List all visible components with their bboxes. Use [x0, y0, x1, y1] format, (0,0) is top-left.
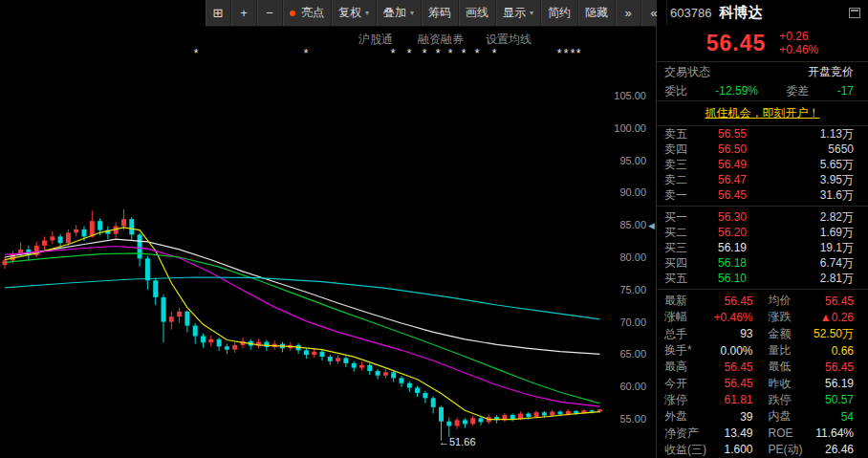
stat-cell: 最高56.45 [657, 359, 763, 375]
stat-cell: ROE11.64% [763, 425, 868, 441]
panel-collapse-handle[interactable]: ◀ [648, 216, 655, 235]
stat-cell: 最低56.45 [763, 359, 868, 375]
stat-cell: 涨跌▲0.26 [763, 309, 868, 325]
price-change-block: +0.26 +0.46% [779, 30, 818, 56]
stat-cell: PE(动)26.46 [763, 442, 868, 458]
toolbar-button-highlight[interactable]: 亮点 [283, 0, 332, 26]
stat-cell: 今开56.45 [657, 375, 763, 391]
weibi-value: -12.59% [715, 84, 758, 98]
svg-text:←51.66: ←51.66 [439, 436, 476, 447]
svg-text:*: * [436, 47, 441, 60]
collapse-left-icon[interactable]: « [641, 0, 667, 26]
stat-cell: 换手*0.00% [657, 342, 763, 359]
quote-header: 603786 科博达 [657, 0, 868, 25]
svg-text:*: * [407, 47, 412, 60]
divider [657, 289, 868, 290]
toolbar-button-display[interactable]: 显示▾ [496, 0, 541, 26]
stat-cell: 昨收56.19 [763, 375, 868, 391]
quote-panel: 603786 科博达 56.45 +0.26 +0.46% 交易状态 开盘竞价 … [656, 0, 868, 458]
stock-code: 603786 [670, 6, 711, 20]
ma-magenta [5, 247, 600, 407]
bid-row[interactable]: 买一56.302.82万 [657, 209, 868, 225]
last-price: 56.45 [706, 31, 767, 56]
svg-text:*: * [492, 47, 497, 60]
svg-text:70.00: 70.00 [619, 316, 646, 328]
kline-chart[interactable]: 105.00100.0095.0090.0085.0080.0075.0070.… [0, 0, 656, 458]
svg-text:*: * [304, 47, 309, 60]
ask-row[interactable]: 卖四56.505650 [657, 142, 868, 157]
layout-grid-icon[interactable]: ⊞ [206, 0, 231, 26]
bid-row[interactable]: 买二56.201.69万 [657, 225, 868, 240]
weibi-row: 委比 -12.59% 委差 -17 [657, 81, 868, 100]
ad-banner: 抓住机会，即刻开户！ [657, 100, 868, 126]
open-account-ad-link[interactable]: 抓住机会，即刻开户！ [705, 105, 820, 121]
svg-text:105.00: 105.00 [614, 90, 646, 101]
ask-levels: 卖五56.551.13万卖四56.505650卖三56.495.65万卖二56.… [657, 126, 868, 203]
svg-text:*: * [462, 47, 467, 60]
svg-text:55.00: 55.00 [619, 413, 646, 425]
highlight-icon [290, 11, 295, 16]
svg-text:85.00: 85.00 [619, 219, 646, 230]
stat-cell: 最新56.45 [657, 293, 763, 309]
stat-cell: 外盘39 [657, 408, 763, 425]
weibi-label: 委比 [664, 83, 687, 99]
expand-right-icon[interactable]: » [616, 0, 641, 26]
svg-text:*: * [564, 47, 569, 60]
toolbar-button-hide[interactable]: 隐藏 [578, 0, 616, 26]
chart-toolbar: ⊞+−亮点复权▾叠加▾筹码画线显示▾简约隐藏»« [206, 0, 656, 27]
ask-row[interactable]: 卖二56.473.95万 [657, 172, 868, 187]
svg-text:*: * [576, 47, 581, 60]
price-change-pct: +0.46% [779, 43, 818, 56]
divider [657, 206, 868, 207]
svg-text:*: * [391, 47, 396, 60]
trade-status-label: 交易状态 [664, 64, 710, 80]
svg-text:*: * [571, 47, 575, 60]
stock-name: 科博达 [719, 4, 762, 22]
zoom-out-icon[interactable]: − [257, 0, 283, 26]
bid-row[interactable]: 买四56.186.74万 [657, 255, 868, 271]
toolbar-button-chips[interactable]: 筹码 [422, 0, 459, 26]
caret-down-icon: ▾ [410, 9, 414, 17]
trading-app: 105.00100.0095.0090.0085.0080.0075.0070.… [0, 0, 868, 458]
ma-green [5, 253, 600, 403]
panel-window-icon[interactable] [849, 8, 860, 18]
weicha-label: 委差 [786, 83, 809, 99]
ma-cyan [5, 277, 600, 319]
ask-row[interactable]: 卖五56.551.13万 [657, 126, 868, 142]
caret-down-icon: ▾ [365, 9, 369, 17]
svg-text:*: * [423, 47, 427, 60]
zoom-in-icon[interactable]: + [231, 0, 257, 26]
svg-text:*: * [194, 47, 199, 60]
weicha-value: -17 [837, 84, 854, 98]
stat-cell: 内盘54 [763, 408, 868, 425]
stat-cell: 收益(三)1.600 [657, 442, 763, 458]
svg-text:*: * [448, 47, 453, 60]
toolbar-button-overlay[interactable]: 叠加▾ [377, 0, 422, 26]
trade-status-value: 开盘竞价 [808, 64, 854, 80]
chart-link-ma-settings[interactable]: 设置均线 [486, 32, 532, 48]
toolbar-button-simple[interactable]: 简约 [541, 0, 578, 26]
chart-pane: 105.00100.0095.0090.0085.0080.0075.0070.… [0, 0, 656, 458]
chart-link-hgt[interactable]: 沪股通 [358, 32, 393, 48]
toolbar-button-draw-line[interactable]: 画线 [459, 0, 496, 26]
svg-text:*: * [475, 47, 480, 60]
stats-grid: 最新56.45均价56.45涨幅+0.46%涨跌▲0.26总手93金额52.50… [657, 293, 868, 458]
svg-text:80.00: 80.00 [619, 251, 646, 263]
ask-row[interactable]: 卖一56.4531.6万 [657, 187, 868, 203]
bid-row[interactable]: 买五56.102.81万 [657, 271, 868, 286]
ask-row[interactable]: 卖三56.495.65万 [657, 157, 868, 172]
stat-cell: 金额52.50万 [763, 326, 868, 342]
chart-link-margin-trading[interactable]: 融资融券 [418, 32, 464, 48]
svg-text:*: * [557, 47, 562, 60]
toolbar-button-adjust[interactable]: 复权▾ [332, 0, 377, 26]
stat-cell: 总手93 [657, 326, 763, 342]
stat-cell: 涨幅+0.46% [657, 309, 763, 325]
svg-text:60.00: 60.00 [619, 381, 646, 392]
bid-row[interactable]: 买三56.1919.1万 [657, 240, 868, 255]
caret-down-icon: ▾ [530, 9, 533, 17]
price-change: +0.26 [779, 30, 818, 43]
svg-text:90.00: 90.00 [619, 186, 646, 198]
svg-text:75.00: 75.00 [619, 284, 646, 295]
bid-levels: 买一56.302.82万买二56.201.69万买三56.1919.1万买四56… [657, 209, 868, 286]
price-row: 56.45 +0.26 +0.46% [657, 25, 868, 62]
